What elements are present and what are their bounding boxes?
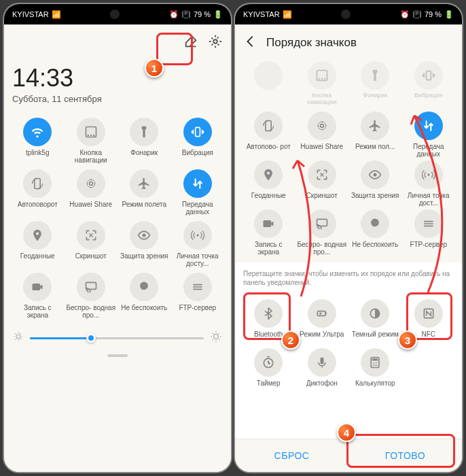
tile-screenshot[interactable]: Скриншот xyxy=(297,160,348,207)
edit-icon[interactable] xyxy=(183,34,198,52)
tile-label: Темный режим xyxy=(352,330,399,345)
tile-label: NFC xyxy=(421,330,435,345)
tile-nav[interactable]: Кнопка навигации xyxy=(66,118,117,164)
tile-label: Режим полета xyxy=(122,201,166,216)
record-icon[interactable] xyxy=(23,273,52,301)
nfc-icon[interactable] xyxy=(414,299,443,328)
vibrate-icon[interactable] xyxy=(414,61,443,90)
tile-label: Bluetooth xyxy=(254,330,283,345)
tile-label: Huawei Share xyxy=(69,201,112,216)
tile-label: Режим пол... xyxy=(355,143,395,158)
share-icon[interactable] xyxy=(77,169,105,198)
nav-icon[interactable] xyxy=(77,118,105,146)
tile-location[interactable]: Геоданные xyxy=(12,221,63,267)
tile-label: Таймер xyxy=(257,379,281,394)
tile-nav[interactable]: Кнопка навигации xyxy=(297,61,348,107)
brightness-slider[interactable] xyxy=(12,330,223,346)
drag-handle[interactable] xyxy=(107,354,128,357)
tile-ftp[interactable]: FTP-сервер xyxy=(404,209,454,256)
data-icon[interactable] xyxy=(183,169,212,198)
nav-icon[interactable] xyxy=(308,61,336,90)
done-button[interactable]: ГОТОВО xyxy=(348,439,462,472)
tile-airplane[interactable]: Режим полета xyxy=(119,169,170,216)
airplane-icon[interactable] xyxy=(130,169,158,198)
timer-icon[interactable] xyxy=(254,348,283,377)
record-icon[interactable] xyxy=(254,209,283,238)
tile-record[interactable]: Запись с экрана xyxy=(12,273,63,319)
tile-dark[interactable]: Темный режим xyxy=(350,299,401,345)
dnd-icon[interactable] xyxy=(361,209,389,238)
tile-eye[interactable]: Защита зрения xyxy=(350,160,401,207)
dnd-icon[interactable] xyxy=(130,273,158,301)
tile-cast[interactable]: Беспро- водная про... xyxy=(66,273,117,319)
vibrate-icon[interactable] xyxy=(183,118,212,146)
tile-screenshot[interactable]: Скриншот xyxy=(66,221,117,267)
ftp-icon[interactable] xyxy=(414,209,443,238)
ultra-icon[interactable] xyxy=(308,299,336,328)
location-icon[interactable] xyxy=(254,160,283,189)
tile-share[interactable]: Huawei Share xyxy=(66,169,117,216)
eye-icon[interactable] xyxy=(130,221,158,250)
tile-hotspot[interactable]: Личная точка дост... xyxy=(404,160,454,207)
tile-label: Кнопка навигации xyxy=(66,149,117,164)
tile-calc[interactable]: Калькулятор xyxy=(350,348,401,394)
rotate-icon[interactable] xyxy=(254,112,283,140)
tile-timer[interactable]: Таймер xyxy=(243,348,294,394)
hotspot-icon[interactable] xyxy=(183,221,212,250)
tile-label: Запись с экрана xyxy=(243,241,294,256)
location-icon[interactable] xyxy=(23,221,52,250)
tile-location[interactable]: Геоданные xyxy=(243,160,294,207)
tile-wifi[interactable]: tplink5g xyxy=(12,118,63,164)
empty-icon[interactable] xyxy=(254,61,283,90)
tile-hotspot[interactable]: Личная точка досту... xyxy=(173,221,223,267)
tile-label: Автопово- рот xyxy=(247,143,291,158)
tile-airplane[interactable]: Режим пол... xyxy=(350,112,401,158)
tile-share[interactable]: Huawei Share xyxy=(297,112,348,158)
dark-icon[interactable] xyxy=(361,299,389,328)
tile-label: Калькулятор xyxy=(355,379,395,394)
tile-label: Диктофон xyxy=(306,379,338,394)
airplane-icon[interactable] xyxy=(361,112,389,140)
wifi-icon[interactable] xyxy=(23,118,52,146)
tile-ultra[interactable]: Режим Ультра xyxy=(297,299,348,345)
icon-order-screen: KYIVSTAR 📶 ⏰📳79 %🔋 Порядок значков Кнопк… xyxy=(235,4,462,472)
tile-flashlight[interactable]: Фонарик xyxy=(119,118,170,164)
reset-button[interactable]: СБРОС xyxy=(235,439,348,472)
tile-label: Запись с экрана xyxy=(12,304,63,319)
rotate-icon[interactable] xyxy=(23,169,52,198)
cast-icon[interactable] xyxy=(308,209,336,238)
screenshot-icon[interactable] xyxy=(77,221,105,250)
tile-label: Беспро- водная про... xyxy=(297,241,348,256)
tile-vibrate[interactable]: Вибрация xyxy=(404,61,454,107)
tile-dnd[interactable]: Не беспокоить xyxy=(119,273,170,319)
screenshot-icon[interactable] xyxy=(308,160,336,189)
hint-text: Перетащите значки, чтобы изменить их пор… xyxy=(235,262,462,294)
cast-icon[interactable] xyxy=(77,273,105,301)
tile-data[interactable]: Передача данных xyxy=(404,112,454,158)
tile-flashlight[interactable]: Фонарик xyxy=(350,61,401,107)
tile-ftp[interactable]: FTP-сервер xyxy=(173,273,223,319)
gear-icon[interactable] xyxy=(208,34,223,52)
share-icon[interactable] xyxy=(308,112,336,140)
ftp-icon[interactable] xyxy=(183,273,212,301)
tile-cast[interactable]: Беспро- водная про... xyxy=(297,209,348,256)
data-icon[interactable] xyxy=(414,112,443,140)
calc-icon[interactable] xyxy=(361,348,389,377)
tile-vibrate[interactable]: Вибрация xyxy=(173,118,223,164)
tile-rotate[interactable]: Автоповорот xyxy=(12,169,63,216)
tile-record[interactable]: Запись с экрана xyxy=(243,209,294,256)
tile-eye[interactable]: Защита зрения xyxy=(119,221,170,267)
tile-rotate[interactable]: Автопово- рот xyxy=(243,112,294,158)
eye-icon[interactable] xyxy=(361,160,389,189)
bluetooth-icon[interactable] xyxy=(254,299,283,328)
mic-icon[interactable] xyxy=(308,348,336,377)
flashlight-icon[interactable] xyxy=(130,118,158,146)
tile-mic[interactable]: Диктофон xyxy=(297,348,348,394)
tile-data[interactable]: Передача данных xyxy=(173,169,223,216)
tile-label: FTP-сервер xyxy=(410,241,447,256)
flashlight-icon[interactable] xyxy=(361,61,389,90)
back-icon[interactable] xyxy=(243,34,258,52)
tile-dnd[interactable]: Не беспокоить xyxy=(350,209,401,256)
tile-empty[interactable] xyxy=(243,61,294,107)
hotspot-icon[interactable] xyxy=(414,160,443,189)
